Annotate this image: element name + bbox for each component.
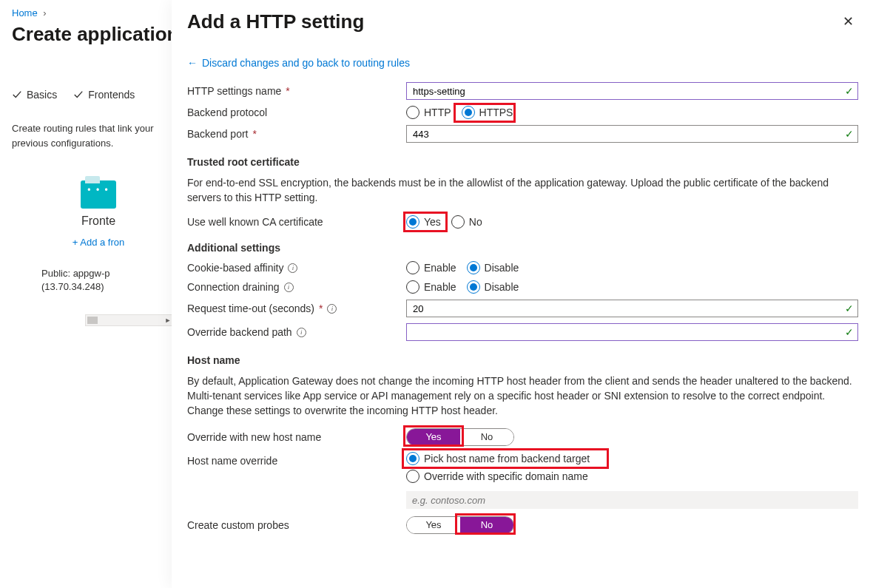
hostname-description: By default, Application Gateway does not… <box>187 374 858 418</box>
override-hostname-toggle[interactable]: Yes No <box>406 428 514 446</box>
check-icon <box>73 89 84 100</box>
label-custom-probes: Create custom probes <box>187 519 406 531</box>
trusted-root-description: For end-to-end SSL encryption, the backe… <box>187 175 858 205</box>
valid-check-icon: ✓ <box>845 303 854 314</box>
valid-check-icon: ✓ <box>845 128 854 140</box>
info-icon[interactable]: i <box>288 263 297 273</box>
valid-check-icon: ✓ <box>845 85 854 97</box>
horizontal-scrollbar[interactable]: ◄ ► <box>85 314 174 326</box>
discard-label: Discard changes and go back to routing r… <box>202 57 410 69</box>
tab-frontends-label: Frontends <box>88 89 135 101</box>
page-title: Create application <box>12 23 185 46</box>
tab-frontends[interactable]: Frontends <box>73 89 135 101</box>
routing-rules-description: Create routing rules that link your prev… <box>12 121 185 151</box>
frontend-card-title: Fronte <box>12 214 185 228</box>
http-setting-blade: Add a HTTP setting ✕ ← Discard changes a… <box>172 0 873 588</box>
backend-port-input[interactable] <box>406 125 858 143</box>
label-use-ca-cert: Use well known CA certificate <box>187 216 406 228</box>
info-icon[interactable]: i <box>327 304 337 314</box>
close-icon[interactable]: ✕ <box>838 10 858 33</box>
radio-protocol-http[interactable]: HTTP <box>406 106 451 119</box>
domain-name-input <box>406 491 858 509</box>
label-request-timeout: Request time-out (seconds) * i <box>187 303 406 314</box>
chevron-right-icon: › <box>43 7 46 18</box>
label-cookie-affinity: Cookie-based affinity i <box>187 262 406 274</box>
check-icon <box>12 89 22 100</box>
radio-drain-disable[interactable]: Disable <box>467 280 519 294</box>
tab-basics-label: Basics <box>27 89 57 101</box>
http-settings-name-input[interactable] <box>406 82 858 100</box>
breadcrumb-home[interactable]: Home <box>12 7 38 18</box>
arrow-left-icon: ← <box>187 57 198 69</box>
section-trusted-root: Trusted root certificate <box>187 156 858 168</box>
add-frontend-link[interactable]: + Add a fron <box>12 237 185 248</box>
radio-override-specific[interactable]: Override with specific domain name <box>406 470 588 483</box>
radio-pick-from-target[interactable]: Pick host name from backend target <box>406 452 590 465</box>
background-page: Home › Create application Basics Fronten… <box>0 0 185 294</box>
label-backend-port: Backend port * <box>187 128 406 140</box>
info-icon[interactable]: i <box>284 283 294 292</box>
label-override-backend-path: Override backend path i <box>187 326 406 338</box>
frontend-card: Fronte + Add a fron Public: appgw-p (13.… <box>12 180 185 294</box>
radio-cookie-disable[interactable]: Disable <box>467 261 519 274</box>
label-hostname-override: Host name override <box>187 452 406 467</box>
label-http-settings-name: HTTP settings name * <box>187 85 406 97</box>
wizard-tabs: Basics Frontends <box>12 89 185 101</box>
frontend-ip-info: Public: appgw-p (13.70.34.248) <box>12 267 185 294</box>
request-timeout-input[interactable] <box>406 300 858 317</box>
radio-ca-yes[interactable]: Yes <box>406 215 441 229</box>
pill-probes-no[interactable]: No <box>460 517 513 533</box>
label-override-hostname: Override with new host name <box>187 431 406 443</box>
section-hostname: Host name <box>187 354 858 366</box>
scroll-thumb[interactable] <box>87 317 98 324</box>
frontend-icon <box>81 180 116 209</box>
pill-override-no[interactable]: No <box>460 429 513 445</box>
radio-cookie-enable[interactable]: Enable <box>406 261 456 274</box>
radio-protocol-https[interactable]: HTTPS <box>462 106 513 119</box>
radio-ca-no[interactable]: No <box>451 215 482 229</box>
custom-probes-toggle[interactable]: Yes No <box>406 516 514 534</box>
breadcrumb: Home › <box>12 7 185 18</box>
pill-override-yes[interactable]: Yes <box>407 429 460 445</box>
tab-basics[interactable]: Basics <box>12 89 57 101</box>
pill-probes-yes[interactable]: Yes <box>407 517 460 533</box>
radio-drain-enable[interactable]: Enable <box>406 280 456 294</box>
override-backend-path-input[interactable] <box>406 323 858 341</box>
section-additional: Additional settings <box>187 242 858 254</box>
label-backend-protocol: Backend protocol <box>187 107 406 118</box>
valid-check-icon: ✓ <box>845 326 854 338</box>
label-connection-draining: Connection draining i <box>187 281 406 293</box>
blade-title: Add a HTTP setting <box>187 10 364 33</box>
discard-link[interactable]: ← Discard changes and go back to routing… <box>187 57 858 69</box>
info-icon[interactable]: i <box>297 328 306 337</box>
